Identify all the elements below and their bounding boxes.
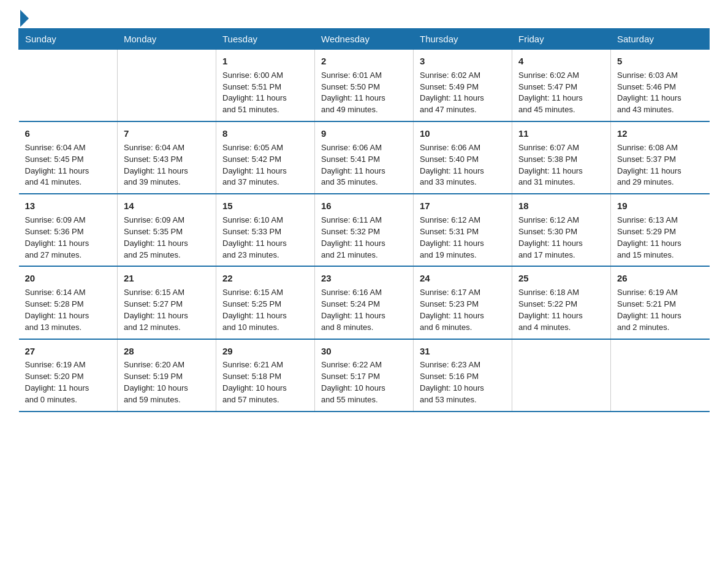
header-sunday: Sunday bbox=[19, 29, 118, 50]
calendar-cell: 27Sunrise: 6:19 AM Sunset: 5:20 PM Dayli… bbox=[19, 339, 118, 412]
day-number: 9 bbox=[321, 127, 407, 140]
day-info: Sunrise: 6:04 AM Sunset: 5:45 PM Dayligh… bbox=[25, 142, 112, 188]
day-number: 21 bbox=[124, 272, 210, 285]
day-number: 3 bbox=[420, 55, 506, 68]
calendar-cell: 20Sunrise: 6:14 AM Sunset: 5:28 PM Dayli… bbox=[19, 266, 118, 339]
page-header bbox=[18, 12, 710, 22]
calendar-cell: 12Sunrise: 6:08 AM Sunset: 5:37 PM Dayli… bbox=[611, 121, 710, 194]
day-number: 15 bbox=[222, 199, 308, 213]
day-info: Sunrise: 6:10 AM Sunset: 5:33 PM Dayligh… bbox=[222, 215, 308, 261]
header-wednesday: Wednesday bbox=[315, 29, 414, 50]
calendar-table: SundayMondayTuesdayWednesdayThursdayFrid… bbox=[18, 28, 710, 412]
day-number: 7 bbox=[124, 127, 210, 140]
calendar-cell: 28Sunrise: 6:20 AM Sunset: 5:19 PM Dayli… bbox=[118, 339, 216, 412]
day-number: 19 bbox=[617, 199, 703, 213]
calendar-cell bbox=[19, 50, 118, 122]
day-info: Sunrise: 6:17 AM Sunset: 5:23 PM Dayligh… bbox=[420, 287, 506, 333]
calendar-cell bbox=[512, 339, 611, 412]
calendar-cell: 6Sunrise: 6:04 AM Sunset: 5:45 PM Daylig… bbox=[19, 121, 118, 194]
calendar-cell: 4Sunrise: 6:02 AM Sunset: 5:47 PM Daylig… bbox=[512, 50, 611, 122]
calendar-week-row: 13Sunrise: 6:09 AM Sunset: 5:36 PM Dayli… bbox=[19, 194, 710, 266]
day-info: Sunrise: 6:00 AM Sunset: 5:51 PM Dayligh… bbox=[222, 70, 308, 116]
day-info: Sunrise: 6:18 AM Sunset: 5:22 PM Dayligh… bbox=[518, 287, 604, 333]
day-number: 2 bbox=[321, 55, 407, 68]
day-number: 16 bbox=[321, 199, 407, 213]
day-number: 17 bbox=[420, 199, 506, 213]
day-number: 5 bbox=[617, 55, 703, 68]
calendar-cell: 7Sunrise: 6:04 AM Sunset: 5:43 PM Daylig… bbox=[118, 121, 216, 194]
day-info: Sunrise: 6:06 AM Sunset: 5:41 PM Dayligh… bbox=[321, 142, 407, 188]
day-info: Sunrise: 6:15 AM Sunset: 5:25 PM Dayligh… bbox=[222, 287, 308, 333]
header-friday: Friday bbox=[512, 29, 611, 50]
day-info: Sunrise: 6:07 AM Sunset: 5:38 PM Dayligh… bbox=[518, 142, 604, 188]
day-info: Sunrise: 6:16 AM Sunset: 5:24 PM Dayligh… bbox=[321, 287, 407, 333]
day-info: Sunrise: 6:21 AM Sunset: 5:18 PM Dayligh… bbox=[222, 359, 308, 405]
calendar-cell: 13Sunrise: 6:09 AM Sunset: 5:36 PM Dayli… bbox=[19, 194, 118, 266]
day-number: 18 bbox=[518, 199, 604, 213]
day-info: Sunrise: 6:12 AM Sunset: 5:30 PM Dayligh… bbox=[518, 215, 604, 261]
day-number: 30 bbox=[321, 345, 407, 358]
day-number: 22 bbox=[222, 272, 308, 285]
calendar-week-row: 27Sunrise: 6:19 AM Sunset: 5:20 PM Dayli… bbox=[19, 339, 710, 412]
day-info: Sunrise: 6:02 AM Sunset: 5:49 PM Dayligh… bbox=[420, 70, 506, 116]
calendar-cell: 14Sunrise: 6:09 AM Sunset: 5:35 PM Dayli… bbox=[118, 194, 216, 266]
day-number: 31 bbox=[420, 345, 506, 358]
day-info: Sunrise: 6:15 AM Sunset: 5:27 PM Dayligh… bbox=[124, 287, 210, 333]
calendar-cell: 23Sunrise: 6:16 AM Sunset: 5:24 PM Dayli… bbox=[315, 266, 414, 339]
day-info: Sunrise: 6:11 AM Sunset: 5:32 PM Dayligh… bbox=[321, 215, 407, 261]
calendar-cell: 31Sunrise: 6:23 AM Sunset: 5:16 PM Dayli… bbox=[414, 339, 512, 412]
day-info: Sunrise: 6:09 AM Sunset: 5:35 PM Dayligh… bbox=[124, 215, 210, 261]
day-info: Sunrise: 6:02 AM Sunset: 5:47 PM Dayligh… bbox=[518, 70, 604, 116]
day-info: Sunrise: 6:05 AM Sunset: 5:42 PM Dayligh… bbox=[222, 142, 308, 188]
day-info: Sunrise: 6:01 AM Sunset: 5:50 PM Dayligh… bbox=[321, 70, 407, 116]
calendar-cell: 15Sunrise: 6:10 AM Sunset: 5:33 PM Dayli… bbox=[216, 194, 315, 266]
calendar-cell: 29Sunrise: 6:21 AM Sunset: 5:18 PM Dayli… bbox=[216, 339, 315, 412]
calendar-cell: 3Sunrise: 6:02 AM Sunset: 5:49 PM Daylig… bbox=[414, 50, 512, 122]
calendar-cell: 21Sunrise: 6:15 AM Sunset: 5:27 PM Dayli… bbox=[118, 266, 216, 339]
day-number: 24 bbox=[420, 272, 506, 285]
day-number: 10 bbox=[420, 127, 506, 140]
day-number: 8 bbox=[222, 127, 308, 140]
day-info: Sunrise: 6:22 AM Sunset: 5:17 PM Dayligh… bbox=[321, 359, 407, 405]
day-info: Sunrise: 6:19 AM Sunset: 5:21 PM Dayligh… bbox=[617, 287, 703, 333]
calendar-cell bbox=[118, 50, 216, 122]
day-info: Sunrise: 6:09 AM Sunset: 5:36 PM Dayligh… bbox=[25, 215, 112, 261]
day-number: 20 bbox=[25, 272, 112, 285]
day-number: 25 bbox=[518, 272, 604, 285]
header-thursday: Thursday bbox=[414, 29, 512, 50]
calendar-cell: 30Sunrise: 6:22 AM Sunset: 5:17 PM Dayli… bbox=[315, 339, 414, 412]
calendar-cell: 5Sunrise: 6:03 AM Sunset: 5:46 PM Daylig… bbox=[611, 50, 710, 122]
logo bbox=[18, 12, 29, 22]
day-info: Sunrise: 6:03 AM Sunset: 5:46 PM Dayligh… bbox=[617, 70, 703, 116]
day-number: 29 bbox=[222, 345, 308, 358]
day-number: 28 bbox=[124, 345, 210, 358]
day-number: 1 bbox=[222, 55, 308, 68]
calendar-cell: 10Sunrise: 6:06 AM Sunset: 5:40 PM Dayli… bbox=[414, 121, 512, 194]
calendar-cell: 22Sunrise: 6:15 AM Sunset: 5:25 PM Dayli… bbox=[216, 266, 315, 339]
calendar-header-row: SundayMondayTuesdayWednesdayThursdayFrid… bbox=[19, 29, 710, 50]
calendar-cell: 25Sunrise: 6:18 AM Sunset: 5:22 PM Dayli… bbox=[512, 266, 611, 339]
calendar-cell: 16Sunrise: 6:11 AM Sunset: 5:32 PM Dayli… bbox=[315, 194, 414, 266]
calendar-cell: 8Sunrise: 6:05 AM Sunset: 5:42 PM Daylig… bbox=[216, 121, 315, 194]
day-info: Sunrise: 6:23 AM Sunset: 5:16 PM Dayligh… bbox=[420, 359, 506, 405]
day-info: Sunrise: 6:14 AM Sunset: 5:28 PM Dayligh… bbox=[25, 287, 112, 333]
day-number: 13 bbox=[25, 199, 112, 213]
day-number: 12 bbox=[617, 127, 703, 140]
header-tuesday: Tuesday bbox=[216, 29, 315, 50]
calendar-cell: 1Sunrise: 6:00 AM Sunset: 5:51 PM Daylig… bbox=[216, 50, 315, 122]
logo-arrow-icon bbox=[20, 10, 29, 27]
calendar-week-row: 6Sunrise: 6:04 AM Sunset: 5:45 PM Daylig… bbox=[19, 121, 710, 194]
day-number: 11 bbox=[518, 127, 604, 140]
day-info: Sunrise: 6:13 AM Sunset: 5:29 PM Dayligh… bbox=[617, 215, 703, 261]
calendar-week-row: 20Sunrise: 6:14 AM Sunset: 5:28 PM Dayli… bbox=[19, 266, 710, 339]
calendar-cell bbox=[611, 339, 710, 412]
calendar-week-row: 1Sunrise: 6:00 AM Sunset: 5:51 PM Daylig… bbox=[19, 50, 710, 122]
day-number: 26 bbox=[617, 272, 703, 285]
calendar-cell: 2Sunrise: 6:01 AM Sunset: 5:50 PM Daylig… bbox=[315, 50, 414, 122]
calendar-cell: 19Sunrise: 6:13 AM Sunset: 5:29 PM Dayli… bbox=[611, 194, 710, 266]
day-info: Sunrise: 6:12 AM Sunset: 5:31 PM Dayligh… bbox=[420, 215, 506, 261]
calendar-cell: 24Sunrise: 6:17 AM Sunset: 5:23 PM Dayli… bbox=[414, 266, 512, 339]
day-info: Sunrise: 6:06 AM Sunset: 5:40 PM Dayligh… bbox=[420, 142, 506, 188]
day-number: 27 bbox=[25, 345, 112, 358]
day-info: Sunrise: 6:20 AM Sunset: 5:19 PM Dayligh… bbox=[124, 359, 210, 405]
